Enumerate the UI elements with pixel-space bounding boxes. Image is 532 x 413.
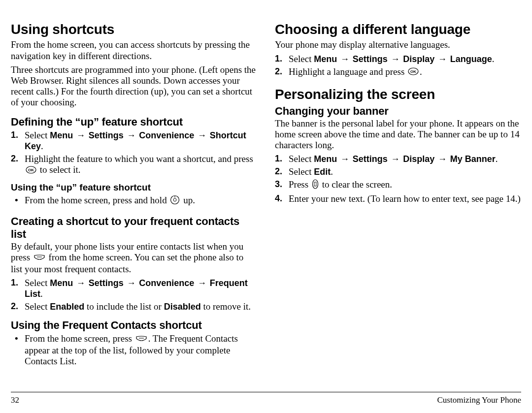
list-item: From the home screen, press . The Freque…	[11, 333, 257, 367]
text: .	[331, 166, 333, 177]
unordered-list: From the home screen, press . The Freque…	[11, 333, 257, 367]
unordered-list: From the home screen, press and hold up.	[11, 195, 257, 207]
menu-path-item: Menu	[314, 154, 337, 164]
text: Select	[25, 130, 50, 140]
text: up.	[183, 195, 195, 205]
text: to clear the screen.	[322, 179, 392, 190]
menu-path-item: Convenience	[139, 130, 194, 140]
bold-option: Enabled	[50, 302, 84, 312]
list-item: Select Edit.	[275, 166, 521, 177]
menu-path-item: Settings	[353, 154, 388, 164]
list-item: Select Menu → Settings → Convenience → F…	[11, 278, 257, 299]
section-title: Customizing Your Phone	[437, 395, 522, 405]
text: from the home screen. You can set the ph…	[11, 252, 243, 274]
text: .	[496, 154, 498, 164]
page-number: 32	[11, 395, 19, 405]
text: Select	[25, 301, 50, 312]
manual-page: Using shortcuts From the home screen, yo…	[0, 0, 532, 413]
svg-point-3	[173, 198, 176, 201]
list-item: Enter your new text. (To learn how to en…	[275, 193, 521, 204]
text: .	[40, 288, 43, 299]
menu-path-item: Settings	[89, 278, 124, 288]
text: .	[492, 54, 495, 64]
paragraph: Three shortcuts are programmed into your…	[11, 64, 257, 108]
nav-key-icon	[170, 195, 180, 207]
menu-path-item: Language	[450, 54, 492, 64]
arrow-icon: →	[437, 54, 448, 64]
text: From the home screen, press and hold	[25, 195, 169, 205]
ordered-list-continuation: Select Enabled to include the list or Di…	[11, 301, 257, 312]
list-item: Highlight a language and press OK .	[275, 66, 521, 78]
arrow-icon: →	[390, 54, 400, 64]
text: Highlight a language and press	[289, 66, 407, 77]
paragraph: The banner is the personal label for you…	[275, 118, 521, 151]
paragraph: Your phone may display alternative langu…	[275, 39, 521, 50]
ordered-list: Select Menu → Settings → Display → My Ba…	[275, 154, 521, 204]
svg-text:OK: OK	[28, 168, 34, 172]
list-item: Select Menu → Settings → Display → Langu…	[275, 54, 521, 64]
text: to select it.	[40, 164, 81, 175]
text: Select	[289, 154, 314, 164]
arrow-icon: →	[75, 278, 86, 288]
heading-changing-banner: Changing your banner	[275, 105, 521, 118]
page-footer: 32 Customizing Your Phone	[11, 395, 521, 405]
list-item: From the home screen, press and hold up.	[11, 195, 257, 207]
footer-rule	[11, 392, 521, 392]
menu-path-item: Settings	[353, 54, 388, 64]
arrow-icon: →	[126, 130, 136, 141]
text: to include the list or	[84, 301, 164, 312]
paragraph: By default, your phone lists your entire…	[11, 241, 257, 275]
menu-path-item: Menu	[314, 54, 337, 64]
heading-using-up-shortcut: Using the “up” feature shortcut	[11, 182, 257, 193]
arrow-icon: →	[75, 130, 86, 141]
menu-path-item: Convenience	[139, 278, 194, 288]
text: .	[41, 141, 43, 151]
down-key-icon	[135, 334, 147, 345]
text: .	[420, 66, 422, 77]
bold-option: Disabled	[164, 302, 201, 312]
ordered-list: Select Menu → Settings → Convenience → S…	[11, 130, 257, 176]
arrow-icon: →	[197, 278, 207, 288]
arrow-icon: →	[390, 154, 400, 164]
text: Select	[25, 278, 50, 288]
list-item: Select Menu → Settings → Display → My Ba…	[275, 154, 521, 164]
ordered-list: Select Menu → Settings → Display → Langu…	[275, 54, 521, 78]
list-item: Highlight the feature to which you want …	[11, 154, 257, 176]
list-item: Select Menu → Settings → Convenience → S…	[11, 130, 257, 152]
text: Select	[289, 166, 314, 177]
heading-personalizing-screen: Personalizing the screen	[275, 87, 521, 102]
bold-option: Edit	[314, 167, 331, 177]
heading-using-shortcuts: Using shortcuts	[11, 22, 257, 37]
down-key-icon	[33, 253, 45, 264]
text: to remove it.	[201, 301, 251, 312]
svg-rect-10	[314, 182, 316, 186]
arrow-icon: →	[437, 154, 448, 164]
heading-frequent-contacts-shortcut: Creating a shortcut to your frequent con…	[11, 215, 257, 240]
list-item: Select Enabled to include the list or Di…	[11, 301, 257, 312]
ordered-list: Select Menu → Settings → Convenience → F…	[11, 278, 257, 299]
paragraph: From the home screen, you can access sho…	[11, 39, 257, 61]
arrow-icon: →	[339, 154, 350, 164]
text: Select	[289, 54, 314, 64]
ok-key-icon: OK	[408, 67, 419, 78]
arrow-icon: →	[197, 130, 207, 141]
menu-path-item: My Banner	[450, 154, 496, 164]
list-item: Press to clear the screen.	[275, 179, 521, 191]
heading-using-frequent-contacts: Using the Frequent Contacts shortcut	[11, 319, 257, 332]
svg-point-9	[312, 180, 318, 189]
text: Highlight the feature to which you want …	[25, 154, 253, 164]
ok-key-icon: OK	[26, 165, 36, 176]
menu-path-item: Display	[403, 54, 434, 64]
text: Press	[289, 179, 311, 190]
svg-point-4	[174, 196, 175, 197]
heading-choosing-language: Choosing a different language	[275, 22, 521, 37]
menu-path-item: Menu	[50, 278, 73, 288]
heading-defining-up-shortcut: Defining the “up” feature shortcut	[11, 116, 257, 128]
arrow-icon: →	[126, 278, 136, 288]
menu-path-item: Display	[403, 154, 434, 164]
text: From the home screen, press	[25, 333, 134, 344]
clear-key-icon	[312, 179, 319, 191]
two-column-body: Using shortcuts From the home screen, yo…	[11, 22, 521, 380]
svg-text:OK: OK	[410, 69, 416, 74]
arrow-icon: →	[339, 54, 350, 64]
